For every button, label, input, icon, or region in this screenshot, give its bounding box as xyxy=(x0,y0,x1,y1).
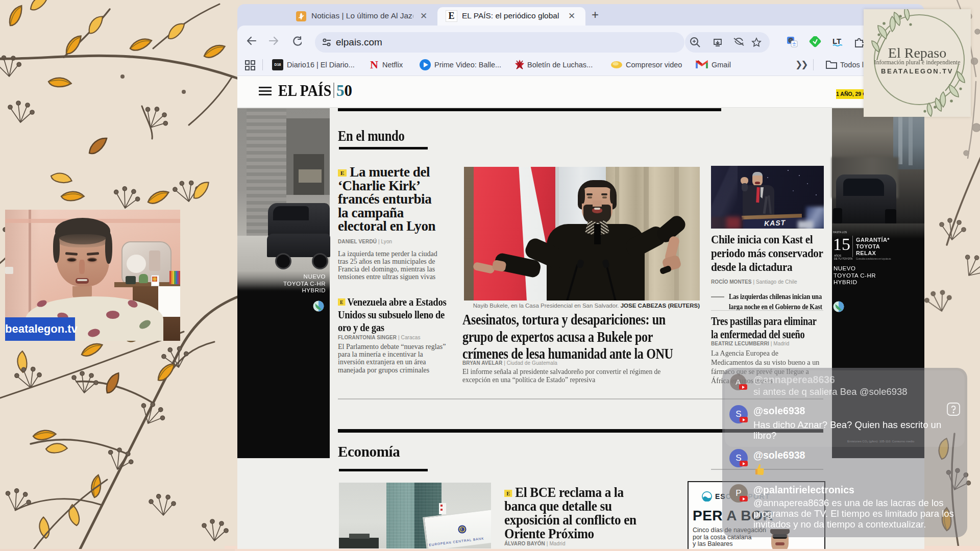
svg-text:€: € xyxy=(461,527,463,532)
svg-text:LT: LT xyxy=(832,37,841,45)
